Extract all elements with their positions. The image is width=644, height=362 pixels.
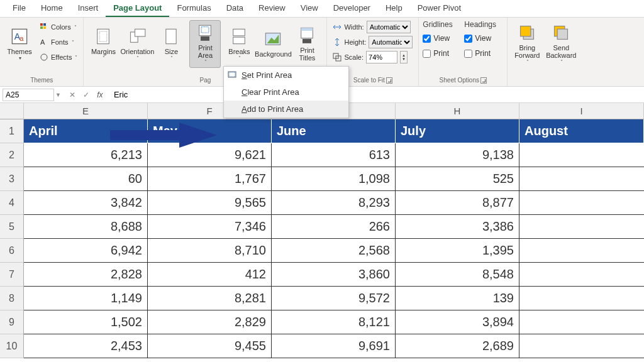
data-cell[interactable]: 9,572	[272, 287, 396, 310]
row-header[interactable]: 2	[0, 143, 24, 167]
row-header[interactable]: 9	[0, 310, 24, 334]
data-cell[interactable]: 3,386	[396, 215, 519, 239]
row-header[interactable]: 1	[0, 119, 24, 143]
data-cell[interactable]: 8,121	[272, 310, 396, 334]
orientation-button[interactable]: Orientation˅	[121, 20, 153, 68]
data-cell[interactable]: 266	[272, 215, 396, 239]
send-backward-button[interactable]: Send Backward˅	[545, 20, 577, 68]
fx-icon[interactable]: fx	[94, 90, 106, 99]
data-cell[interactable]: 6,942	[24, 239, 148, 263]
data-cell[interactable]: 2,829	[148, 310, 272, 334]
formula-input[interactable]	[110, 89, 644, 101]
name-box[interactable]	[3, 89, 54, 101]
scale-input[interactable]	[366, 51, 397, 63]
tab-help[interactable]: Help	[378, 0, 410, 17]
headings-print-checkbox[interactable]: Print	[464, 47, 503, 60]
scale-spinner[interactable]: ▲▼	[400, 51, 408, 63]
data-cell[interactable]: 1,767	[148, 167, 272, 191]
data-cell[interactable]: 613	[272, 143, 396, 167]
select-all-corner[interactable]	[0, 103, 24, 119]
scale-launcher[interactable]	[386, 77, 392, 84]
data-cell[interactable]: 8,688	[24, 215, 148, 239]
cancel-icon[interactable]: ✕	[66, 90, 79, 99]
colors-button[interactable]: Colors˅	[38, 20, 79, 34]
data-cell[interactable]: 60	[24, 167, 148, 191]
data-cell[interactable]: 3,842	[24, 191, 148, 215]
bring-forward-button[interactable]: Bring Forward˅	[511, 20, 543, 68]
data-cell[interactable]	[519, 263, 644, 287]
data-cell[interactable]: 3,894	[396, 310, 519, 334]
data-cell[interactable]: 1,502	[24, 310, 148, 334]
set-print-area-item[interactable]: Set Print Area	[224, 67, 348, 84]
data-cell[interactable]	[519, 215, 644, 239]
themes-button[interactable]: Aa Themes▾	[4, 20, 35, 68]
clear-print-area-item[interactable]: Clear Print Area	[224, 84, 348, 101]
data-cell[interactable]: 412	[148, 263, 272, 287]
tab-home[interactable]: Home	[33, 0, 70, 17]
margins-button[interactable]: Margins˅	[87, 20, 119, 68]
data-cell[interactable]	[519, 143, 644, 167]
fonts-button[interactable]: AFonts˅	[38, 35, 79, 49]
data-cell[interactable]: 8,710	[148, 239, 272, 263]
headings-view-checkbox[interactable]: View	[464, 31, 503, 45]
data-cell[interactable]: 139	[396, 287, 519, 310]
data-cell[interactable]: 2,828	[24, 263, 148, 287]
background-button[interactable]: Background	[257, 20, 289, 68]
data-cell[interactable]: 9,691	[272, 334, 396, 358]
data-cell[interactable]: 2,568	[272, 239, 396, 263]
data-cell[interactable]: 1,098	[272, 167, 396, 191]
col-header-h[interactable]: H	[396, 103, 519, 119]
sheet-options-launcher[interactable]	[480, 77, 487, 84]
data-cell[interactable]: 8,877	[396, 191, 519, 215]
tab-formulas[interactable]: Formulas	[169, 0, 218, 17]
row-header[interactable]: 5	[0, 215, 24, 239]
tab-page-layout[interactable]: Page Layout	[106, 0, 169, 17]
data-cell[interactable]: 9,138	[396, 143, 519, 167]
data-cell[interactable]: 1,395	[396, 239, 519, 263]
col-header-i[interactable]: I	[519, 103, 644, 119]
gridlines-print-checkbox[interactable]: Print	[423, 47, 462, 60]
data-cell[interactable]: 2,689	[396, 334, 519, 358]
size-button[interactable]: Size˅	[155, 20, 187, 68]
data-cell[interactable]	[519, 287, 644, 310]
data-cell[interactable]: 1,149	[24, 287, 148, 310]
row-header[interactable]: 6	[0, 239, 24, 263]
tab-file[interactable]: File	[5, 0, 33, 17]
width-select[interactable]: Automatic	[367, 21, 411, 33]
data-cell[interactable]: 8,293	[272, 191, 396, 215]
row-header[interactable]: 8	[0, 287, 24, 310]
tab-review[interactable]: Review	[251, 0, 293, 17]
row-header[interactable]: 7	[0, 263, 24, 287]
data-cell[interactable]: 9,455	[148, 334, 272, 358]
data-cell[interactable]	[519, 310, 644, 334]
tab-power-pivot[interactable]: Power Pivot	[410, 0, 469, 17]
tab-insert[interactable]: Insert	[70, 0, 106, 17]
header-cell[interactable]: June	[272, 119, 396, 143]
gridlines-view-checkbox[interactable]: View	[423, 31, 462, 45]
effects-button[interactable]: Effects˅	[38, 50, 79, 64]
data-cell[interactable]: 2,453	[24, 334, 148, 358]
data-cell[interactable]: 3,860	[272, 263, 396, 287]
enter-icon[interactable]: ✓	[80, 90, 92, 99]
data-cell[interactable]: 9,565	[148, 191, 272, 215]
tab-developer[interactable]: Developer	[326, 0, 378, 17]
print-area-button[interactable]: Print Area˅	[189, 20, 221, 68]
tab-view[interactable]: View	[293, 0, 326, 17]
data-cell[interactable]: 525	[396, 167, 519, 191]
namebox-dropdown[interactable]: ▼	[54, 92, 62, 98]
height-select[interactable]: Automatic	[369, 36, 413, 48]
data-cell[interactable]	[519, 167, 644, 191]
row-header[interactable]: 3	[0, 167, 24, 191]
data-cell[interactable]	[519, 191, 644, 215]
row-header[interactable]: 10	[0, 334, 24, 358]
add-to-print-area-item[interactable]: Add to Print Area	[224, 101, 348, 118]
header-cell[interactable]: July	[396, 119, 519, 143]
tab-data[interactable]: Data	[219, 0, 251, 17]
data-cell[interactable]	[519, 334, 644, 358]
data-cell[interactable]: 8,281	[148, 287, 272, 310]
data-cell[interactable]: 8,548	[396, 263, 519, 287]
breaks-button[interactable]: Breaks˅	[223, 20, 255, 68]
data-cell[interactable]	[519, 239, 644, 263]
col-header-e[interactable]: E	[24, 103, 148, 119]
row-header[interactable]: 4	[0, 191, 24, 215]
